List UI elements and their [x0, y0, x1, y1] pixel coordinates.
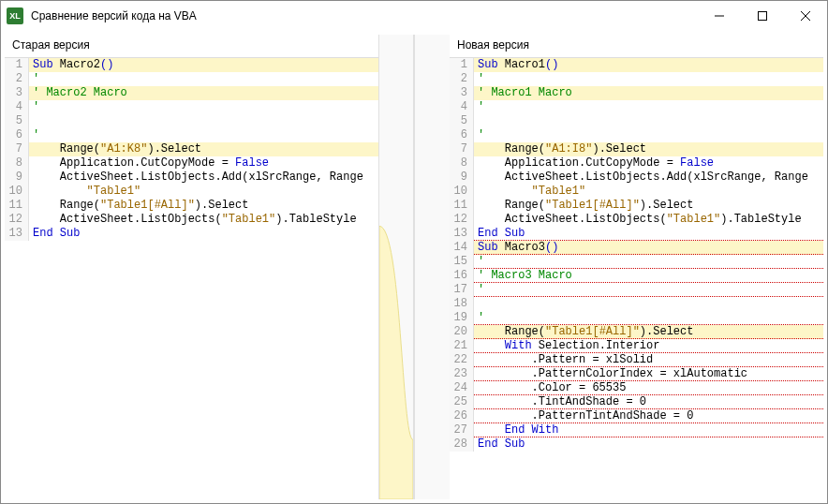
- code-text: Range("Table1[#All]").Select: [29, 199, 378, 213]
- line-number: 9: [450, 170, 474, 185]
- line-number: 7: [450, 142, 474, 156]
- code-line[interactable]: 22 .Pattern = xlSolid: [450, 353, 823, 367]
- code-line[interactable]: 17': [450, 283, 823, 297]
- code-line[interactable]: 13End Sub: [450, 227, 823, 241]
- code-line[interactable]: 2': [5, 72, 378, 86]
- code-line[interactable]: 3' Macro2 Macro: [5, 86, 378, 100]
- line-number: 4: [450, 100, 474, 114]
- titlebar[interactable]: XL Сравнение версий кода на VBA: [1, 1, 827, 31]
- code-line[interactable]: 8 Application.CutCopyMode = False: [5, 156, 378, 170]
- code-line[interactable]: 13End Sub: [5, 227, 378, 241]
- line-number: 5: [5, 114, 29, 128]
- code-line[interactable]: 1Sub Macro2(): [5, 58, 378, 72]
- code-line[interactable]: 4': [450, 100, 823, 114]
- code-line[interactable]: 25 .TintAndShade = 0: [450, 395, 823, 409]
- line-number: 24: [450, 381, 474, 395]
- line-number: 27: [450, 423, 474, 437]
- code-line[interactable]: 26 .PatternTintAndShade = 0: [450, 409, 823, 423]
- code-line[interactable]: 10 "Table1": [5, 185, 378, 199]
- code-text: Sub Macro2(): [29, 58, 378, 72]
- code-line[interactable]: 9 ActiveSheet.ListObjects.Add(xlSrcRange…: [5, 170, 378, 185]
- code-line[interactable]: 20 Range("Table1[#All]").Select: [450, 325, 823, 339]
- left-code-area[interactable]: 1Sub Macro2()2'3' Macro2 Macro4'56'7 Ran…: [5, 58, 378, 499]
- close-button[interactable]: [784, 1, 827, 31]
- line-number: 23: [450, 367, 474, 381]
- line-number: 22: [450, 353, 474, 367]
- code-text: ': [474, 283, 823, 297]
- code-line[interactable]: 3' Macro1 Macro: [450, 86, 823, 100]
- code-line[interactable]: 9 ActiveSheet.ListObjects.Add(xlSrcRange…: [450, 170, 823, 185]
- minimize-button[interactable]: [698, 1, 741, 31]
- code-line[interactable]: 5: [5, 114, 378, 128]
- code-text: .Pattern = xlSolid: [474, 353, 823, 367]
- code-text: Range("Table1[#All]").Select: [474, 325, 823, 339]
- code-line[interactable]: 6': [5, 128, 378, 142]
- code-line[interactable]: 12 ActiveSheet.ListObjects("Table1").Tab…: [450, 213, 823, 227]
- code-text: ActiveSheet.ListObjects.Add(xlSrcRange, …: [29, 170, 378, 185]
- minimize-icon: [715, 11, 724, 21]
- code-text: .Color = 65535: [474, 381, 823, 395]
- code-line[interactable]: 11 Range("Table1[#All]").Select: [450, 199, 823, 213]
- line-number: 3: [450, 86, 474, 100]
- line-number: 6: [5, 128, 29, 142]
- code-text: With Selection.Interior: [474, 339, 823, 353]
- code-text: Sub Macro3(): [474, 241, 823, 255]
- code-line[interactable]: 19': [450, 311, 823, 325]
- code-line[interactable]: 16' Macro3 Macro: [450, 269, 823, 283]
- code-text: End Sub: [474, 227, 823, 241]
- code-line[interactable]: 7 Range("A1:I8").Select: [450, 142, 823, 156]
- code-text: "Table1": [474, 185, 823, 199]
- line-number: 8: [450, 156, 474, 170]
- left-pane: Старая версия 1Sub Macro2()2'3' Macro2 M…: [5, 35, 378, 499]
- line-number: 26: [450, 409, 474, 423]
- right-connector-gutter: [414, 35, 450, 499]
- code-line[interactable]: 11 Range("Table1[#All]").Select: [5, 199, 378, 213]
- code-line[interactable]: 12 ActiveSheet.ListObjects("Table1").Tab…: [5, 213, 378, 227]
- code-text: ' Macro1 Macro: [474, 86, 823, 100]
- code-text: [474, 297, 823, 311]
- code-line[interactable]: 28End Sub: [450, 437, 823, 452]
- code-line[interactable]: 1Sub Macro1(): [450, 58, 823, 72]
- code-line[interactable]: 6': [450, 128, 823, 142]
- code-line[interactable]: 24 .Color = 65535: [450, 381, 823, 395]
- line-number: 19: [450, 311, 474, 325]
- code-line[interactable]: 8 Application.CutCopyMode = False: [450, 156, 823, 170]
- code-text: [29, 114, 378, 128]
- code-text: ' Macro3 Macro: [474, 269, 823, 283]
- code-text: Range("Table1[#All]").Select: [474, 199, 823, 213]
- line-number: 5: [450, 114, 474, 128]
- maximize-button[interactable]: [741, 1, 784, 31]
- code-text: ' Macro2 Macro: [29, 86, 378, 100]
- code-text: .PatternColorIndex = xlAutomatic: [474, 367, 823, 381]
- code-text: ActiveSheet.ListObjects("Table1").TableS…: [29, 213, 378, 227]
- line-number: 1: [450, 58, 474, 72]
- code-line[interactable]: 7 Range("A1:K8").Select: [5, 142, 378, 156]
- line-number: 18: [450, 297, 474, 311]
- code-line[interactable]: 23 .PatternColorIndex = xlAutomatic: [450, 367, 823, 381]
- line-number: 20: [450, 325, 474, 339]
- close-icon: [801, 11, 810, 21]
- code-line[interactable]: 14Sub Macro3(): [450, 241, 823, 255]
- line-number: 14: [450, 241, 474, 255]
- maximize-icon: [758, 11, 767, 21]
- line-number: 13: [450, 227, 474, 241]
- line-number: 7: [5, 142, 29, 156]
- code-line[interactable]: 21 With Selection.Interior: [450, 339, 823, 353]
- code-line[interactable]: 5: [450, 114, 823, 128]
- code-text: [474, 114, 823, 128]
- code-line[interactable]: 4': [5, 100, 378, 114]
- code-line[interactable]: 10 "Table1": [450, 185, 823, 199]
- code-line[interactable]: 15': [450, 255, 823, 269]
- code-text: ': [29, 100, 378, 114]
- code-text: .TintAndShade = 0: [474, 395, 823, 409]
- code-text: Range("A1:I8").Select: [474, 142, 823, 156]
- line-number: 10: [450, 185, 474, 199]
- code-line[interactable]: 27 End With: [450, 423, 823, 437]
- line-number: 12: [5, 213, 29, 227]
- left-pane-title: Старая версия: [5, 35, 378, 58]
- code-line[interactable]: 18: [450, 297, 823, 311]
- line-number: 6: [450, 128, 474, 142]
- code-text: "Table1": [29, 185, 378, 199]
- code-line[interactable]: 2': [450, 72, 823, 86]
- right-code-area[interactable]: 1Sub Macro1()2'3' Macro1 Macro4'56'7 Ran…: [450, 58, 823, 499]
